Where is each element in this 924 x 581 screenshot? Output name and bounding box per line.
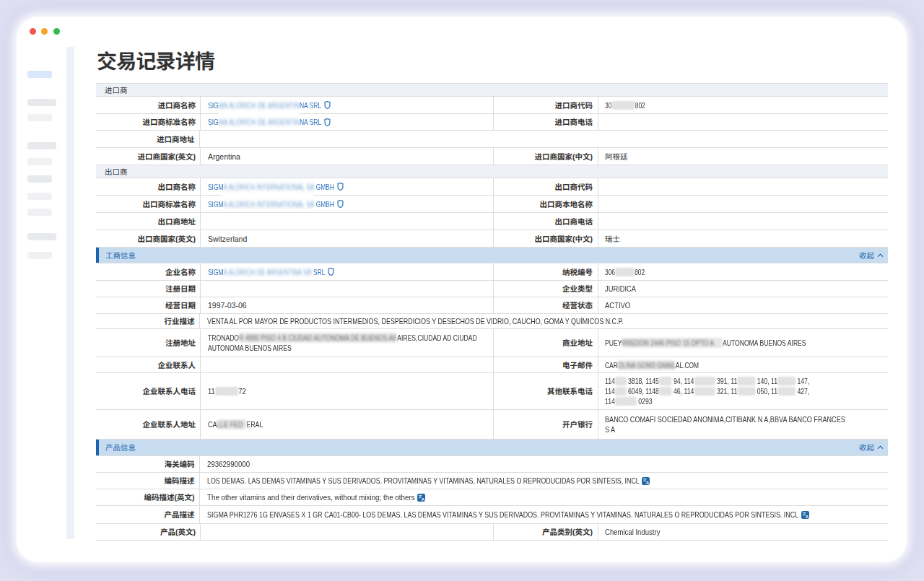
svg-text:A: A	[806, 513, 809, 518]
svg-text:A: A	[646, 479, 650, 484]
svg-text:A: A	[422, 496, 425, 501]
